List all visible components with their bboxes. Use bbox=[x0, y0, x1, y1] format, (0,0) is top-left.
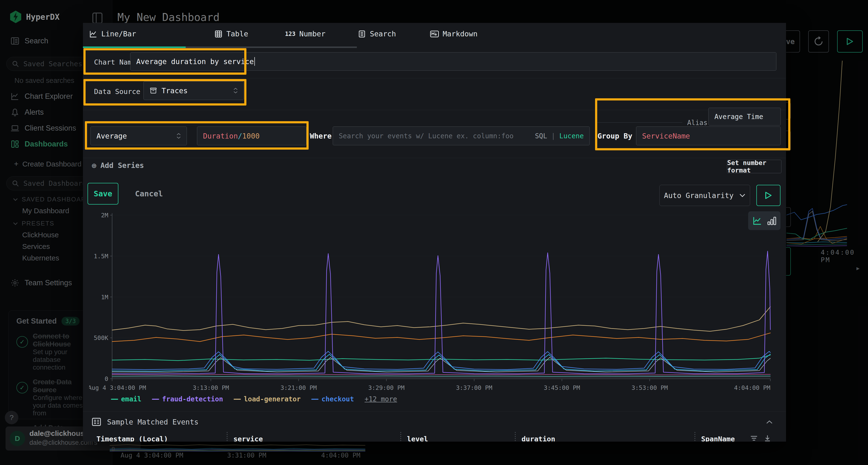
svg-text:4:04:00 PM: 4:04:00 PM bbox=[734, 384, 770, 391]
legend-dash-icon bbox=[111, 399, 118, 400]
svg-text:0: 0 bbox=[105, 375, 108, 383]
column-header[interactable]: Timestamp (Local) bbox=[96, 432, 227, 442]
duration-by-service-chart[interactable]: 0500K1M1.5M2MAug 4 3:04:00 PM3:13:00 PM3… bbox=[89, 208, 784, 399]
svg-text:3:53:00 PM: 3:53:00 PM bbox=[631, 384, 668, 391]
sample-events-table-header: Timestamp (Local)serviceleveldurationSpa… bbox=[83, 432, 786, 442]
play-icon bbox=[765, 192, 772, 199]
tab-search[interactable]: Search bbox=[358, 30, 396, 38]
legend-label: email bbox=[121, 395, 141, 403]
text-cursor bbox=[254, 57, 255, 66]
add-series-button[interactable]: ⊕ Add Series bbox=[92, 161, 144, 170]
mode-separator: | bbox=[551, 132, 555, 140]
cancel-button[interactable]: Cancel bbox=[135, 189, 163, 198]
svg-text:1.5M: 1.5M bbox=[94, 253, 108, 260]
chart-type-toggle bbox=[748, 211, 780, 230]
legend-item[interactable]: fraud-detection bbox=[152, 395, 223, 403]
svg-text:3:21:00 PM: 3:21:00 PM bbox=[280, 384, 317, 391]
tab-table[interactable]: Table bbox=[214, 30, 248, 38]
granularity-value: Auto Granularity bbox=[664, 191, 734, 200]
divider bbox=[83, 78, 786, 78]
where-placeholder: Search your events w/ Lucene ex. column:… bbox=[339, 132, 514, 140]
legend-label: checkout bbox=[321, 395, 354, 403]
table-icon bbox=[214, 30, 222, 38]
add-series-label: Add Series bbox=[100, 161, 144, 170]
svg-text:3:37:00 PM: 3:37:00 PM bbox=[456, 384, 492, 391]
tab-line-bar[interactable]: Line/Bar bbox=[89, 30, 136, 38]
tab-markdown[interactable]: Markdown bbox=[430, 30, 478, 38]
where-label: Where bbox=[310, 132, 332, 140]
annotation-chart-name bbox=[84, 48, 246, 75]
sample-events-header[interactable]: Sample Matched Events bbox=[92, 417, 198, 427]
granularity-select[interactable]: Auto Granularity bbox=[659, 185, 750, 206]
tab-label: Number bbox=[299, 30, 325, 38]
tab-rail bbox=[186, 46, 357, 48]
filter-icon[interactable] bbox=[750, 435, 757, 441]
set-number-format-button[interactable]: Set number format bbox=[727, 160, 781, 173]
svg-text:1M: 1M bbox=[101, 294, 108, 301]
legend-dash-icon bbox=[152, 399, 159, 400]
column-header[interactable]: service bbox=[227, 432, 400, 442]
svg-text:Aug 4 3:04:00 PM: Aug 4 3:04:00 PM bbox=[89, 384, 146, 391]
active-tab-indicator bbox=[83, 46, 186, 48]
save-label: Save bbox=[94, 189, 112, 198]
annotation-aggregation bbox=[85, 121, 309, 150]
legend-more-link[interactable]: +12 more bbox=[365, 395, 397, 403]
tab-label: Markdown bbox=[443, 30, 478, 38]
column-header[interactable]: duration bbox=[515, 432, 694, 442]
column-header[interactable]: SpanName bbox=[694, 432, 786, 442]
column-header[interactable]: level bbox=[400, 432, 515, 442]
divider bbox=[83, 411, 786, 411]
collapse-chevron-icon[interactable] bbox=[766, 420, 773, 424]
markdown-icon bbox=[430, 30, 439, 38]
legend-item[interactable]: load-generator bbox=[234, 395, 301, 403]
tab-label: Table bbox=[226, 30, 248, 38]
app-root: HyperDX Search Saved Searches No saved s… bbox=[0, 0, 868, 465]
sample-events-title: Sample Matched Events bbox=[107, 418, 198, 426]
svg-text:500K: 500K bbox=[94, 334, 108, 341]
where-search-input[interactable]: Search your events w/ Lucene ex. column:… bbox=[333, 127, 590, 145]
number-123-icon: 123 bbox=[285, 31, 296, 37]
line-chart-icon bbox=[89, 30, 97, 38]
legend-label: load-generator bbox=[244, 395, 301, 403]
download-icon[interactable] bbox=[764, 435, 771, 442]
svg-text:3:45:00 PM: 3:45:00 PM bbox=[544, 384, 580, 391]
svg-text:3:13:00 PM: 3:13:00 PM bbox=[193, 384, 229, 391]
annotation-group-by bbox=[595, 98, 790, 150]
chart-legend: emailfraud-detectionload-generatorchecko… bbox=[111, 395, 397, 403]
legend-item[interactable]: checkout bbox=[311, 395, 354, 403]
tab-label: Search bbox=[370, 30, 396, 38]
legend-label: fraud-detection bbox=[162, 395, 223, 403]
svg-text:2M: 2M bbox=[101, 212, 108, 219]
legend-dash-icon bbox=[234, 399, 241, 400]
lucene-mode-toggle[interactable]: Lucene bbox=[559, 132, 584, 140]
run-query-button[interactable] bbox=[756, 185, 780, 206]
list-icon bbox=[358, 30, 366, 38]
svg-text:3:29:00 PM: 3:29:00 PM bbox=[368, 384, 405, 391]
legend-item[interactable]: email bbox=[111, 395, 141, 403]
bar-chart-toggle-icon[interactable] bbox=[768, 216, 776, 226]
annotation-data-source bbox=[84, 79, 246, 105]
save-button[interactable]: Save bbox=[88, 183, 118, 204]
list-icon bbox=[92, 417, 101, 427]
set-number-format-label: Set number format bbox=[727, 159, 781, 174]
line-chart-toggle-icon[interactable] bbox=[752, 216, 762, 226]
tab-label: Line/Bar bbox=[101, 30, 136, 38]
chevron-down-icon bbox=[739, 194, 745, 197]
table-header-tools bbox=[750, 435, 771, 442]
tab-number[interactable]: 123 Number bbox=[285, 30, 326, 38]
plus-circle-icon: ⊕ bbox=[92, 161, 96, 170]
sql-mode-toggle[interactable]: SQL bbox=[535, 132, 547, 140]
legend-dash-icon bbox=[311, 399, 318, 400]
